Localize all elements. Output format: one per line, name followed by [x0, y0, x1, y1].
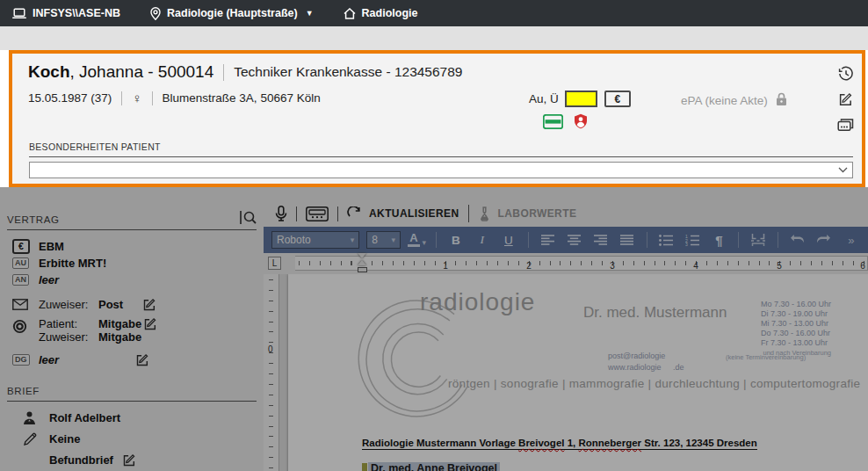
italic-button[interactable]: I — [473, 230, 492, 250]
status-color-swatch[interactable] — [565, 91, 597, 107]
divider — [468, 205, 469, 222]
edit-patient-icon[interactable] — [838, 92, 853, 107]
patient-label: Patient: — [39, 317, 98, 330]
chevron-down-icon — [838, 167, 848, 173]
auftrag-row[interactable]: AU Erbitte MRT! — [12, 255, 255, 272]
brief-keine-row[interactable]: Keine — [23, 430, 255, 448]
page-break-button[interactable] — [749, 230, 768, 250]
field-marker — [362, 463, 367, 471]
edit-icon[interactable] — [142, 298, 156, 312]
workstation-item[interactable]: INFSYS\\ASE-NB — [12, 7, 120, 19]
euro-chip-icon: € — [12, 239, 39, 254]
history-icon[interactable] — [838, 66, 854, 82]
epa-label: ePA (keine Akte) — [681, 94, 768, 107]
laborwerte-button[interactable]: LABORWERTE — [478, 207, 577, 221]
recipient-line[interactable]: Dr. med. Anne Breivogel — [362, 462, 500, 471]
horizontal-ruler[interactable]: 1 2 3 4 5 6 — [295, 256, 868, 271]
edit-icon[interactable] — [122, 453, 136, 467]
chevron-down-icon: ▾ — [351, 236, 355, 244]
dg-row: DG leer — [12, 351, 255, 368]
ebm-label: EBM — [39, 240, 64, 253]
letterhead-brand: radiologie — [420, 288, 535, 316]
vertrag-title: VERTRAG — [7, 214, 60, 225]
chevron-down-icon: ▾ — [392, 236, 396, 244]
home-item[interactable]: Radiologie — [344, 7, 418, 19]
ebm-row[interactable]: € EBM — [12, 238, 255, 255]
align-right-button[interactable] — [591, 230, 611, 250]
letterhead-email: post@radiologie — [608, 351, 665, 360]
align-justify-button[interactable] — [618, 230, 637, 250]
microphone-icon[interactable] — [275, 206, 287, 221]
toolbar-overflow-button[interactable]: » — [841, 230, 860, 250]
tab-stop-selector[interactable]: L — [268, 257, 281, 270]
brief-doctor-row[interactable]: Rolf Adelbert — [23, 409, 255, 427]
bullet-list-button[interactable] — [656, 230, 676, 250]
letterhead-web-suffix: .de — [673, 363, 684, 372]
align-center-button[interactable] — [565, 230, 584, 250]
divider — [223, 64, 224, 81]
divider — [121, 91, 122, 105]
vertical-ruler[interactable]: 0 — [264, 274, 279, 471]
au-chip-icon: AU — [12, 257, 39, 269]
flags-label: Au, Ü — [529, 92, 559, 105]
workstation-label: INFSYS\\ASE-NB — [33, 7, 120, 19]
underline-button[interactable]: U — [499, 230, 518, 250]
location-selector[interactable]: Radiologie (Hauptstraße) ▼ — [150, 7, 314, 20]
font-size-value: 8 — [372, 234, 378, 246]
order-sidebar: VERTRAG € EBM AU Erbitte MRT! AN leer — [0, 187, 264, 471]
font-color-button[interactable]: A ▾ — [408, 232, 426, 249]
brief-doctor: Rolf Adelbert — [49, 411, 120, 424]
editor-action-bar: AKTUALISIEREN LABORWERTE — [264, 200, 868, 227]
refresh-icon — [347, 207, 362, 221]
epa-status: ePA (keine Akte) — [681, 92, 787, 109]
zuweiser-value: Post — [98, 298, 123, 311]
font-size-select[interactable]: 8▾ — [366, 231, 401, 249]
sender-address-line[interactable]: Radiologie Mustermann Vorlage Breivogel … — [362, 438, 757, 450]
redo-button[interactable] — [814, 230, 834, 250]
letter-page[interactable]: radiologie Dr. med. Mustermann Mo 7.30 -… — [288, 274, 868, 471]
letterhead-web: www.radiologie — [608, 363, 662, 372]
indent-marker[interactable] — [358, 253, 367, 274]
besonderheiten-label: BESONDERHEITEN PATIENT — [29, 141, 853, 157]
divider — [528, 232, 529, 248]
billing-euro-button[interactable]: € — [604, 91, 631, 107]
align-left-button[interactable] — [539, 230, 558, 250]
divider — [436, 232, 437, 248]
undo-button[interactable] — [788, 230, 807, 250]
patient-name: Koch, Johanna - 500014 — [28, 62, 213, 82]
anmerkung-row[interactable]: AN leer — [12, 272, 255, 288]
cards-more-icon[interactable] — [837, 118, 854, 132]
divider — [778, 232, 778, 248]
brief-title: BRIEF — [7, 386, 40, 396]
ruler-mark: 6 — [860, 261, 865, 271]
anmerkung-label: leer — [39, 273, 59, 286]
mitgabe-values: Patient:Mitgabe Zuweiser:Mitgabe — [39, 317, 141, 344]
edit-icon[interactable] — [143, 317, 157, 344]
edit-icon[interactable] — [135, 353, 149, 367]
privacy-shield-icon[interactable] — [574, 113, 588, 133]
dictation-device-icon[interactable] — [306, 207, 329, 221]
workspace: VERTRAG € EBM AU Erbitte MRT! AN leer — [0, 187, 868, 471]
workstation-icon — [12, 8, 26, 19]
patient-birthdate: 15.05.1987 (37) — [28, 91, 112, 105]
font-family-select[interactable]: Roboto▾ — [271, 231, 359, 249]
bold-button[interactable]: B — [446, 230, 466, 250]
pilcrow-button[interactable]: ¶ — [709, 230, 728, 250]
insurance-card-icon[interactable] — [543, 114, 563, 133]
letterhead-email-note: (keine Terminvereinbarung) — [726, 353, 806, 361]
preview-search-icon[interactable] — [240, 210, 257, 225]
divider — [738, 232, 739, 248]
ruler-mark: 0 — [268, 344, 273, 354]
numbered-list-button[interactable]: 123 — [683, 230, 702, 250]
befundbrief-label: Befundbrief — [49, 453, 113, 467]
brief-keine: Keine — [49, 432, 80, 446]
besonderheiten-select[interactable] — [29, 162, 853, 178]
dg-chip-icon: DG — [12, 354, 39, 366]
zuweiser-versand-row: Zuweiser: Post — [12, 296, 255, 313]
aktualisieren-button[interactable]: AKTUALISIEREN — [347, 207, 459, 221]
flags-group: Au, Ü € — [529, 91, 631, 107]
zuweiser2-label: Zuweiser: — [39, 330, 98, 344]
ruler-mark: 2 — [526, 261, 532, 271]
svg-text:3: 3 — [685, 242, 688, 246]
gender-female-icon: ♀ — [132, 91, 141, 105]
